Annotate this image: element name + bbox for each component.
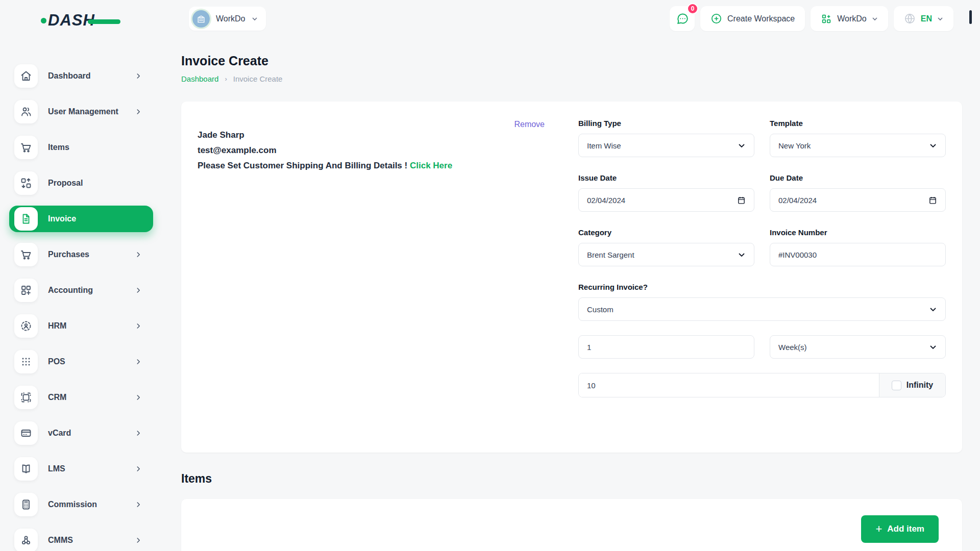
header-actions: 0 Create Workspace WorkDo EN bbox=[670, 6, 953, 31]
recurring-label: Recurring Invoice? bbox=[578, 283, 946, 291]
add-item-label: Add item bbox=[887, 524, 924, 534]
chevron-right-icon bbox=[135, 465, 142, 472]
cycles-input[interactable]: 10 bbox=[579, 373, 879, 397]
template-select[interactable]: New York bbox=[770, 134, 946, 157]
due-date-label: Due Date bbox=[770, 173, 946, 182]
chevron-down-icon bbox=[929, 141, 937, 149]
logo-dash-icon bbox=[88, 19, 120, 24]
issue-date-input[interactable]: 02/04/2024 bbox=[578, 188, 754, 212]
sidebar-item-label: Commission bbox=[48, 500, 135, 509]
create-workspace-label: Create Workspace bbox=[727, 14, 795, 23]
messages-button[interactable]: 0 bbox=[670, 6, 695, 31]
chevron-right-icon bbox=[135, 358, 142, 365]
proposal-icon bbox=[14, 171, 38, 195]
interval-count-value: 1 bbox=[587, 343, 746, 352]
create-workspace-button[interactable]: Create Workspace bbox=[700, 6, 805, 31]
invoice-number-input[interactable]: #INV00030 bbox=[770, 243, 946, 266]
add-item-button[interactable]: + Add item bbox=[861, 515, 939, 543]
invoice-form-pane: Billing Type Item Wise Template New York bbox=[578, 119, 946, 435]
chevron-right-icon bbox=[135, 537, 142, 544]
invoice-details-card: Remove Jade Sharp test@example.com Pleas… bbox=[181, 102, 962, 453]
home-icon bbox=[14, 64, 38, 88]
accounting-icon bbox=[14, 279, 38, 302]
plus-icon: + bbox=[875, 523, 882, 535]
crm-icon bbox=[14, 386, 38, 409]
sidebar-item-vcard[interactable]: vCard bbox=[9, 420, 153, 446]
breadcrumb-dashboard-link[interactable]: Dashboard bbox=[181, 74, 218, 83]
users-icon bbox=[14, 100, 38, 123]
due-date-value: 02/04/2024 bbox=[778, 196, 928, 205]
workspace-name: WorkDo bbox=[216, 14, 246, 23]
cycles-value: 10 bbox=[587, 381, 596, 390]
sidebar-item-purchases[interactable]: Purchases bbox=[9, 241, 153, 268]
sidebar-item-invoice[interactable]: Invoice bbox=[9, 206, 153, 232]
language-code: EN bbox=[921, 14, 932, 23]
vcard-icon bbox=[14, 421, 38, 445]
interval-unit-select[interactable]: Week(s) bbox=[770, 335, 946, 359]
breadcrumb: Dashboard › Invoice Create bbox=[181, 74, 962, 83]
category-select[interactable]: Brent Sargent bbox=[578, 243, 754, 266]
invoice-icon bbox=[14, 207, 38, 231]
billing-type-select[interactable]: Item Wise bbox=[578, 134, 754, 157]
chevron-right-icon bbox=[135, 322, 142, 330]
sidebar-item-label: POS bbox=[48, 357, 135, 366]
cycles-group: 10 Infinity bbox=[578, 373, 946, 397]
items-section-title: Items bbox=[181, 472, 962, 486]
recurring-value: Custom bbox=[587, 305, 929, 314]
sidebar-item-cmms[interactable]: CMMS bbox=[9, 527, 153, 551]
apps-menu-button[interactable]: WorkDo bbox=[811, 6, 888, 31]
chevron-down-icon bbox=[937, 16, 943, 22]
workspace-selector[interactable]: WorkDo bbox=[189, 7, 266, 31]
interval-unit-value: Week(s) bbox=[778, 343, 929, 352]
issue-date-label: Issue Date bbox=[578, 173, 754, 182]
sidebar-item-label: CRM bbox=[48, 393, 135, 402]
sidebar-item-label: Purchases bbox=[48, 250, 135, 259]
customer-email: test@example.com bbox=[198, 145, 578, 156]
sidebar-item-proposal[interactable]: Proposal bbox=[9, 170, 153, 196]
language-selector[interactable]: EN bbox=[894, 6, 953, 31]
brand-logo[interactable]: DASH bbox=[41, 11, 120, 30]
globe-icon bbox=[904, 13, 916, 24]
interval-count-input[interactable]: 1 bbox=[578, 335, 754, 359]
chevron-down-icon bbox=[738, 251, 746, 259]
recurring-select[interactable]: Custom bbox=[578, 297, 946, 321]
pos-icon bbox=[14, 350, 38, 373]
sidebar-item-crm[interactable]: CRM bbox=[9, 384, 153, 411]
workspace-avatar bbox=[192, 10, 210, 28]
billing-type-label: Billing Type bbox=[578, 119, 754, 128]
sidebar-item-label: Invoice bbox=[48, 214, 142, 223]
due-date-input[interactable]: 02/04/2024 bbox=[770, 188, 946, 212]
items-card: + Add item bbox=[181, 499, 962, 551]
sidebar-item-label: vCard bbox=[48, 429, 135, 438]
customer-billing-notice: Please Set Customer Shipping And Billing… bbox=[198, 161, 578, 171]
customer-pane: Remove Jade Sharp test@example.com Pleas… bbox=[198, 119, 578, 435]
cart-icon bbox=[14, 136, 38, 159]
sidebar-item-hrm[interactable]: HRM bbox=[9, 313, 153, 339]
sidebar-item-user-management[interactable]: User Management bbox=[9, 98, 153, 125]
page-scrollbar[interactable] bbox=[969, 10, 972, 24]
infinity-addon: Infinity bbox=[879, 373, 945, 397]
chevron-right-icon bbox=[135, 287, 142, 294]
click-here-link[interactable]: Click Here bbox=[410, 161, 452, 170]
remove-customer-link[interactable]: Remove bbox=[514, 120, 545, 129]
breadcrumb-separator-icon: › bbox=[225, 75, 227, 83]
template-value: New York bbox=[778, 141, 929, 150]
breadcrumb-current: Invoice Create bbox=[233, 74, 283, 83]
sidebar-item-dashboard[interactable]: Dashboard bbox=[9, 63, 153, 89]
infinity-checkbox[interactable] bbox=[892, 381, 901, 390]
sidebar-item-label: HRM bbox=[48, 321, 135, 331]
template-label: Template bbox=[770, 119, 946, 128]
main-content: Invoice Create Dashboard › Invoice Creat… bbox=[181, 37, 962, 551]
sidebar-item-pos[interactable]: POS bbox=[9, 348, 153, 375]
chevron-right-icon bbox=[135, 501, 142, 508]
customer-name: Jade Sharp bbox=[198, 130, 578, 140]
sidebar-item-items[interactable]: Items bbox=[9, 134, 153, 161]
sidebar-item-commission[interactable]: Commission bbox=[9, 491, 153, 518]
chevron-right-icon bbox=[135, 72, 142, 80]
sidebar-item-lms[interactable]: LMS bbox=[9, 456, 153, 482]
sidebar-item-accounting[interactable]: Accounting bbox=[9, 277, 153, 304]
category-value: Brent Sargent bbox=[587, 251, 738, 259]
issue-date-value: 02/04/2024 bbox=[587, 196, 737, 205]
chevron-down-icon bbox=[252, 16, 258, 22]
chevron-right-icon bbox=[135, 394, 142, 401]
